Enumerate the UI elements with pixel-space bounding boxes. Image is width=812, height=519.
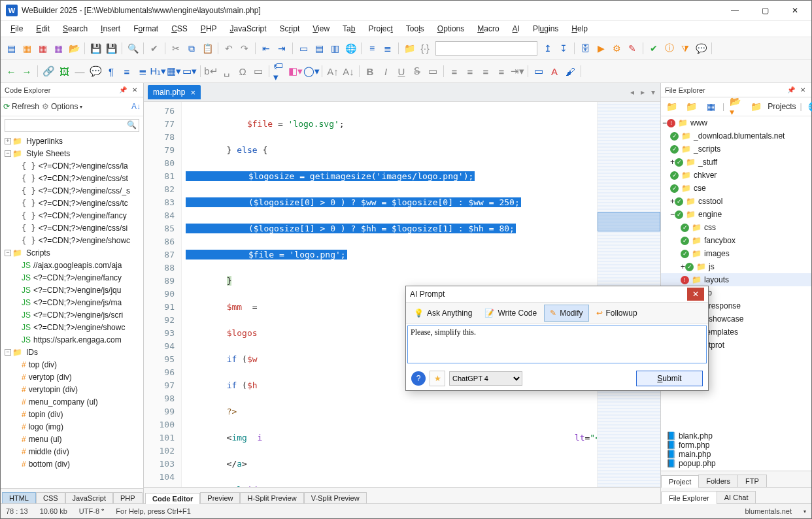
table-icon[interactable]: ▦▾ [167,65,180,78]
close-tab-icon[interactable]: × [190,88,195,97]
tab-list-icon[interactable]: ▾ [651,88,655,97]
new-css-icon[interactable]: ▦ [36,42,49,55]
align-justify-icon[interactable]: ≡ [495,65,508,78]
folder-css[interactable]: ✓📁css [661,221,811,234]
folder-_stuff[interactable]: +✓📁_stuff [661,156,811,169]
submit-button[interactable]: Submit [636,371,703,386]
font-up-icon[interactable]: A↑ [326,65,339,78]
followup-button[interactable]: ↩Followup [591,305,643,321]
tree-css-item[interactable]: <?=CDN;?>/engine/css/_s [39,186,130,195]
new-php-icon[interactable]: ▦ [52,42,65,55]
tree-id-item[interactable]: verytop (div) [29,373,72,382]
globe-icon[interactable]: 🌐 [807,100,812,113]
align-center-icon[interactable]: ≡ [464,65,477,78]
preview-icon[interactable]: ▭ [297,42,310,55]
heading-icon[interactable]: H₁▾ [152,65,165,78]
db-icon[interactable]: 🗄 [579,42,592,55]
maximize-button[interactable]: ▢ [750,1,780,20]
menu-php[interactable]: PHP [195,23,223,35]
image-icon[interactable]: 🖼 [58,65,71,78]
folder-add-icon[interactable]: 📁 [685,100,698,113]
tree-script-item[interactable]: https://spark.engaga.com [33,335,122,344]
tree-script-item[interactable]: //ajax.googleapis.com/aja [33,261,122,270]
run-icon[interactable]: ▶ [594,42,607,55]
chat-icon[interactable]: 💬 [694,42,707,55]
tree-stylesheets[interactable]: Style Sheets [25,149,71,158]
tree-hyperlinks[interactable]: Hyperlinks [25,137,64,146]
undo-icon[interactable]: ↶ [222,42,235,55]
folder-www[interactable]: −!📁www [661,116,811,129]
tree-id-item[interactable]: middle (div) [29,447,69,456]
tree-css-item[interactable]: <?=CDN;?>/engine/css/tc [39,199,128,208]
tree-id-item[interactable]: menu (ul) [29,435,62,444]
folder-js[interactable]: +✓📁js [661,260,811,273]
tree-css-item[interactable]: <?=CDN;?>/engine/css/st [39,174,128,183]
projects-label[interactable]: Projects [768,102,796,111]
tree-script-item[interactable]: <?=CDN;?>/engine/js/scri [33,310,123,320]
tree-css-item[interactable]: <?=CDN;?>/engine/css/la [39,161,128,171]
folder-open-icon[interactable]: 📂▾ [730,100,743,113]
pin-icon[interactable]: 📌 [118,86,127,95]
bold-icon[interactable]: B [364,65,377,78]
minimap-viewport[interactable] [598,212,660,231]
search-icon[interactable]: 🔍 [126,42,139,55]
format-icon[interactable]: ≡ [365,42,379,55]
arrow-right-icon[interactable]: → [20,65,33,78]
folder-csstool[interactable]: +✓📁csstool [661,195,811,208]
comment-icon[interactable]: 💬 [89,65,102,78]
code-icon[interactable]: ▭ [426,65,439,78]
nbsp-icon[interactable]: ␣ [220,65,233,78]
menu-options[interactable]: Options [431,23,470,35]
tag-icon[interactable]: 🏷▾ [273,65,286,78]
menu-project[interactable]: Project [362,23,398,35]
tree-id-item[interactable]: logo (img) [29,422,63,431]
validate-icon[interactable]: ✔ [647,42,660,55]
close-button[interactable]: ✕ [780,1,810,20]
folder-engine[interactable]: −✓📁engine [661,208,811,221]
tree-id-item[interactable]: menu_company (ul) [29,397,98,407]
new-html-icon[interactable]: ▦ [20,42,33,55]
panel-close-icon[interactable]: ✕ [130,86,139,95]
folder-images[interactable]: ✓📁images [661,247,811,260]
options-button[interactable]: ⚙Options▾ [42,102,82,111]
menu-file[interactable]: File [5,23,29,35]
folder-layouts[interactable]: !📁layouts [661,273,811,286]
editor-tab-preview[interactable]: Preview [200,492,240,503]
indent-right-icon[interactable]: ⇥ [275,42,288,55]
folder-_download.blumentals.net[interactable]: ✓📁_download.blumentals.net [661,129,811,142]
refresh-button[interactable]: ⟳Refresh [3,102,39,111]
lang-tab-html[interactable]: HTML [2,492,36,503]
ask-anything-button[interactable]: 💡Ask Anything [409,305,477,321]
lang-tab-js[interactable]: JavaScript [65,492,113,503]
tree-script-item[interactable]: <?=CDN;?>/engine/showc [33,323,125,332]
file-blank.php[interactable]: 📘blank.php [661,431,811,441]
save-icon[interactable]: 💾 [89,42,102,55]
align-left-icon[interactable]: ≡ [448,65,461,78]
menu-tab[interactable]: Tab [337,23,361,35]
editor-tab-code[interactable]: Code Editor [145,493,200,504]
info-icon[interactable]: ⓘ [663,42,676,55]
modify-button[interactable]: ✎Modify [544,305,588,322]
tree-id-item[interactable]: top (div) [29,360,57,369]
copy-icon[interactable]: ⧉ [185,42,198,55]
lang-tab-php[interactable]: PHP [113,492,143,503]
code-explorer-search-input[interactable] [5,119,139,132]
prompt-textarea[interactable]: Please, simplify this. [407,326,707,363]
browser-icon[interactable]: 🌐 [344,42,357,55]
grid-icon[interactable]: ▦ [704,100,717,113]
open-icon[interactable]: 📂 [67,42,80,55]
gear-icon[interactable]: ⚙ [610,42,623,55]
save-all-icon[interactable]: 💾 [105,42,118,55]
tab-folders[interactable]: Folders [698,475,738,487]
align-right-icon[interactable]: ≡ [479,65,492,78]
ftp-down-icon[interactable]: ↧ [557,42,570,55]
eraser-icon[interactable]: ◧▾ [289,65,302,78]
paste-icon[interactable]: 📋 [201,42,214,55]
underline-icon[interactable]: U [395,65,408,78]
tab-prev-icon[interactable]: ◂ [630,88,634,97]
tab-next-icon[interactable]: ▸ [641,88,645,97]
italic-icon[interactable]: I [379,65,392,78]
folder-icon[interactable]: 📁 [665,100,678,113]
projects-icon[interactable]: 📁 [749,100,762,113]
menu-tools[interactable]: Tools [400,23,430,35]
